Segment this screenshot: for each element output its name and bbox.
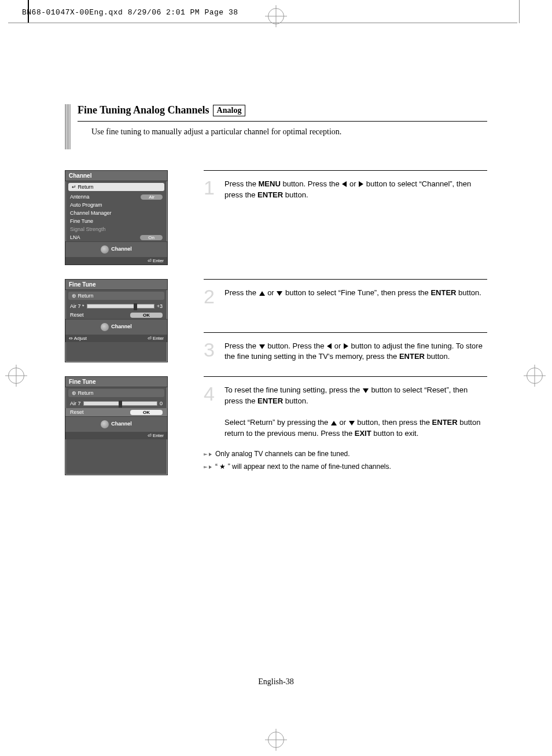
registration-mark-right bbox=[527, 368, 543, 384]
osd-fine-tune-adjust: Fine Tune ⊛ Return Air 7 * +3 Reset OK C… bbox=[65, 279, 168, 362]
step-rule bbox=[204, 376, 487, 377]
osd-slider bbox=[83, 401, 157, 406]
osd-value-pill: Air bbox=[141, 194, 163, 200]
osd-ok-button: OK bbox=[130, 313, 163, 318]
osd-reset-row-selected: Reset OK bbox=[65, 408, 167, 416]
osd-footer-enter: ⏎ Enter bbox=[148, 258, 164, 263]
step-text: To reset the fine tuning setting, press … bbox=[225, 385, 487, 439]
title-rule bbox=[78, 121, 487, 122]
right-arrow-icon bbox=[359, 181, 363, 187]
osd-return-row: ⊛ Return bbox=[68, 389, 164, 397]
step-number: 1 bbox=[204, 179, 219, 201]
osd-footer-adjust: ⇔ Adjust bbox=[69, 336, 87, 341]
up-arrow-icon bbox=[259, 291, 265, 296]
down-arrow-icon bbox=[349, 421, 355, 425]
osd-label: Channel Manager bbox=[70, 210, 112, 216]
step-text: Press the MENU button. Press the or butt… bbox=[225, 179, 487, 201]
osd-title: Fine Tune bbox=[65, 377, 167, 387]
step-number: 4 bbox=[204, 385, 219, 439]
osd-slider-row: Air 7 0 bbox=[65, 399, 167, 408]
osd-slider-knob bbox=[119, 401, 122, 408]
osd-return-row: ⊛ Return bbox=[68, 292, 164, 300]
swoosh-icon bbox=[101, 245, 109, 254]
osd-slider-value: 0 bbox=[160, 401, 163, 406]
step-2-3-col: 2 Press the or button to select “Fine Tu… bbox=[204, 279, 487, 362]
registration-mark-left bbox=[8, 368, 24, 384]
step-rule bbox=[204, 170, 487, 171]
osd-return-label: Return bbox=[78, 293, 94, 299]
osd-category: Channel bbox=[111, 246, 132, 252]
osd-category: Channel bbox=[111, 324, 132, 329]
osd-return-label: Return bbox=[78, 184, 94, 190]
right-arrow-icon bbox=[344, 343, 348, 349]
step-text: Press the or button to select “Fine Tune… bbox=[225, 288, 481, 306]
osd-footer: ⏎ Enter bbox=[65, 432, 167, 439]
step-text: Press the button. Press the or button to… bbox=[225, 341, 487, 363]
osd-channel-label: Air 7 * bbox=[70, 303, 84, 309]
osd-category: Channel bbox=[111, 421, 132, 427]
swoosh-icon bbox=[101, 420, 109, 428]
osd-fine-tune-reset: Fine Tune ⊛ Return Air 7 0 Reset OK Chan… bbox=[65, 376, 168, 475]
osd-row-lna: LNA On bbox=[65, 233, 167, 241]
osd-value-pill: On bbox=[140, 235, 163, 240]
osd-channel-label: Air 7 bbox=[70, 401, 81, 406]
osd-title: Fine Tune bbox=[65, 280, 167, 290]
title-vertical-bar bbox=[65, 104, 71, 149]
crop-rule bbox=[8, 23, 517, 23]
step-number: 3 bbox=[204, 341, 219, 363]
osd-return-label: Return bbox=[78, 390, 94, 396]
osd-label: Signal Strength bbox=[70, 226, 106, 232]
step-rule bbox=[204, 332, 487, 333]
crop-mark bbox=[519, 0, 520, 23]
registration-mark-bottom bbox=[268, 732, 284, 748]
step-number: 2 bbox=[204, 288, 219, 306]
osd-label: LNA bbox=[70, 234, 80, 240]
osd-row-auto: Auto Program bbox=[65, 201, 167, 209]
osd-slider-row: Air 7 * +3 bbox=[65, 302, 167, 311]
osd-row-antenna: Antenna Air bbox=[65, 193, 167, 201]
section-title: Fine Tuning Analog Channels bbox=[78, 104, 209, 116]
osd-return-row: ↵ Return bbox=[68, 183, 164, 191]
osd-row-fine-tune: Fine Tune bbox=[65, 217, 167, 225]
osd-label: Fine Tune bbox=[70, 218, 93, 224]
step-1: 1 Press the MENU button. Press the or bu… bbox=[204, 170, 487, 265]
note-text: Only analog TV channels can be fine tune… bbox=[215, 450, 350, 458]
osd-channel-menu: Channel ↵ Return Antenna Air Auto Progra… bbox=[65, 170, 168, 265]
osd-ok-button: OK bbox=[130, 410, 163, 415]
osd-row-manager: Channel Manager bbox=[65, 209, 167, 217]
left-arrow-icon bbox=[342, 181, 347, 187]
left-arrow-icon bbox=[327, 343, 332, 349]
step-rule bbox=[204, 279, 487, 280]
swoosh-icon bbox=[101, 323, 109, 331]
osd-label: Auto Program bbox=[70, 202, 102, 208]
osd-title: Channel bbox=[65, 171, 167, 181]
osd-footer: ⇔ Adjust ⏎ Enter bbox=[65, 335, 167, 342]
osd-label: Antenna bbox=[70, 194, 90, 200]
osd-slider bbox=[87, 304, 154, 309]
page-content: Fine Tuning Analog Channels Analog Use f… bbox=[65, 104, 487, 475]
up-arrow-icon bbox=[331, 421, 337, 425]
down-arrow-icon bbox=[363, 388, 369, 393]
osd-swoosh: Channel bbox=[65, 241, 167, 257]
down-arrow-icon bbox=[277, 291, 282, 296]
step-4: 4 To reset the fine tuning setting, pres… bbox=[204, 376, 487, 475]
down-arrow-icon bbox=[259, 344, 265, 349]
note-text: “ ★ ” will appear next to the name of fi… bbox=[215, 463, 391, 471]
osd-reset-label: Reset bbox=[70, 312, 84, 318]
note-bullet-icon bbox=[204, 450, 212, 458]
osd-reset-row: Reset OK bbox=[65, 311, 167, 319]
osd-row-signal: Signal Strength bbox=[65, 225, 167, 233]
page-number: English-38 bbox=[258, 677, 293, 687]
osd-footer-enter: ⏎ Enter bbox=[148, 433, 164, 438]
osd-footer: ⏎ Enter bbox=[65, 257, 167, 265]
notes: Only analog TV channels can be fine tune… bbox=[204, 450, 487, 471]
osd-swoosh: Channel bbox=[65, 416, 167, 432]
intro-text: Use fine tuning to manually adjust a par… bbox=[91, 127, 487, 137]
qxd-header: BN68-01047X-00Eng.qxd 8/29/06 2:01 PM Pa… bbox=[22, 8, 238, 17]
osd-reset-label: Reset bbox=[70, 409, 84, 415]
analog-badge: Analog bbox=[213, 105, 246, 116]
osd-slider-value: +3 bbox=[157, 303, 163, 309]
osd-slider-knob bbox=[134, 303, 137, 310]
note-bullet-icon bbox=[204, 463, 212, 471]
osd-footer-enter: ⏎ Enter bbox=[148, 336, 164, 341]
